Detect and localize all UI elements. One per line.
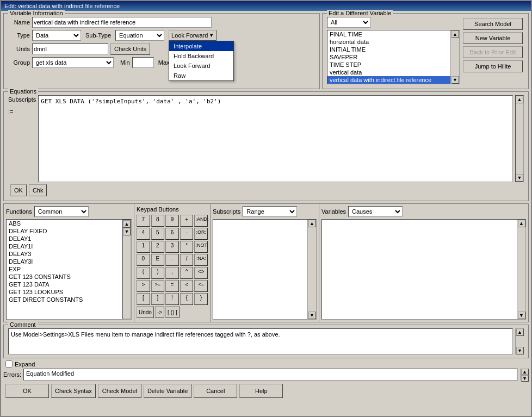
key-1[interactable]: 1: [137, 241, 150, 253]
equation-text-area[interactable]: GET XLS DATA ('?simpleInputs', 'data' , …: [38, 95, 513, 182]
errors-scroll-up[interactable]: ▲: [521, 369, 529, 375]
func-item[interactable]: DELAY1I: [7, 242, 122, 250]
filter-select[interactable]: All Data Auxiliary Level Constant Lookup: [327, 17, 370, 28]
key-minus[interactable]: -: [180, 228, 194, 240]
type-select[interactable]: Data Auxiliary Level Constant Lookup: [32, 30, 81, 41]
func-item[interactable]: GET DIRECT CONSTANTS: [7, 296, 122, 303]
key-lparen[interactable]: (: [137, 267, 150, 279]
key-5[interactable]: 5: [151, 228, 165, 240]
help-button[interactable]: Help: [239, 384, 283, 398]
func-item[interactable]: GET 123 DATA: [7, 281, 122, 288]
key-neq[interactable]: <>: [194, 267, 208, 279]
comment-scroll-up[interactable]: ▲: [516, 328, 524, 336]
check-units-button[interactable]: Check Units: [110, 43, 150, 55]
key-2[interactable]: 2: [151, 241, 165, 253]
group-select[interactable]: get xls data: [32, 57, 114, 68]
variables-causes-select[interactable]: Causes Uses All: [348, 206, 403, 217]
key-exclaim[interactable]: !: [165, 293, 179, 305]
list-item-selected[interactable]: vertical data with indirect file referen…: [327, 76, 450, 84]
look-forward-button[interactable]: Look Forward ▼: [169, 30, 216, 41]
look-forward-option[interactable]: Look Forward: [169, 61, 233, 71]
list-item[interactable]: INITIAL TIME: [327, 46, 450, 53]
func-item[interactable]: DELAY3: [7, 250, 122, 258]
key-comma[interactable]: ,: [165, 267, 179, 279]
name-input[interactable]: [32, 17, 212, 28]
scroll-down-arrow[interactable]: ▼: [451, 76, 459, 84]
delete-variable-button[interactable]: Delete Variable: [144, 384, 191, 398]
variables-scrollbar[interactable]: ▲ ▼: [517, 220, 525, 319]
sub-scroll-down[interactable]: ▼: [308, 312, 316, 319]
key-9[interactable]: 9: [165, 215, 179, 227]
key-0[interactable]: 0: [137, 254, 150, 266]
key-eq[interactable]: =: [165, 280, 179, 292]
key-gte[interactable]: >=: [151, 280, 165, 292]
check-model-button[interactable]: Check Model: [98, 384, 141, 398]
ok-button[interactable]: OK: [5, 384, 49, 398]
key-plus[interactable]: +: [180, 215, 194, 227]
scroll-up-arrow[interactable]: ▲: [451, 30, 459, 38]
search-model-button[interactable]: Search Model: [463, 18, 523, 30]
key-caret[interactable]: ^: [180, 267, 194, 279]
min-input[interactable]: [132, 57, 154, 68]
func-scroll-up[interactable]: ▲: [123, 220, 131, 228]
functions-category-select[interactable]: Common All Math Logical Delay Lookup Sta…: [34, 206, 89, 217]
subtype-select[interactable]: Equation Constant Lookup Data: [115, 30, 164, 41]
errors-scrollbar[interactable]: ▲ ▼: [520, 369, 529, 381]
subscripts-scrollbar[interactable]: ▲ ▼: [307, 220, 316, 319]
key-lcurly[interactable]: {: [180, 293, 194, 305]
list-item[interactable]: SAVEPER: [327, 53, 450, 61]
chk-button[interactable]: Chk: [29, 184, 47, 196]
errors-scroll-down[interactable]: ▼: [521, 375, 529, 382]
eq-scroll-down[interactable]: ▼: [516, 174, 523, 182]
key-divide[interactable]: /: [180, 254, 194, 266]
func-item[interactable]: DELAY FIXED: [7, 227, 122, 235]
comment-scrollbar[interactable]: ▲ ▼: [515, 328, 524, 354]
key-not[interactable]: :NOT:: [194, 241, 208, 253]
key-7[interactable]: 7: [137, 215, 150, 227]
new-variable-button[interactable]: New Variable: [463, 32, 523, 44]
raw-option[interactable]: Raw: [169, 71, 233, 80]
func-item[interactable]: DELAY1: [7, 235, 122, 242]
key-rcurly[interactable]: }: [194, 293, 208, 305]
key-6[interactable]: 6: [165, 228, 179, 240]
undo-button[interactable]: Undo: [137, 306, 154, 318]
key-or[interactable]: :OR:: [194, 228, 208, 240]
comment-scroll-down[interactable]: ▼: [516, 347, 524, 354]
var-scroll-up[interactable]: ▲: [518, 220, 525, 227]
list-item[interactable]: vertical data: [327, 69, 450, 76]
func-item[interactable]: EXP: [7, 265, 122, 273]
list-item[interactable]: horizontal data: [327, 38, 450, 46]
key-lbracket[interactable]: [: [137, 293, 150, 305]
ok-small-button[interactable]: OK: [10, 184, 27, 196]
eq-scroll-up[interactable]: ▲: [516, 96, 523, 103]
key-dot[interactable]: .: [165, 254, 179, 266]
check-syntax-button[interactable]: Check Syntax: [51, 384, 96, 398]
var-scroll-down[interactable]: ▼: [518, 312, 525, 319]
list-item[interactable]: FINAL TIME: [327, 30, 450, 38]
variable-list-scrollbar[interactable]: ▲ ▼: [450, 30, 459, 84]
key-lte[interactable]: <=: [194, 280, 208, 292]
func-scroll-down[interactable]: ▼: [123, 228, 131, 235]
key-lt[interactable]: <: [180, 280, 194, 292]
key-multiply[interactable]: *: [180, 241, 194, 253]
key-rparen[interactable]: ): [151, 267, 165, 279]
arrow-button[interactable]: ->: [155, 306, 164, 318]
subscripts-range-select[interactable]: Range None: [243, 206, 297, 217]
jump-to-hilite-button[interactable]: Jump to Hilite: [463, 60, 523, 72]
units-input[interactable]: [32, 43, 108, 54]
key-rbracket[interactable]: ]: [151, 293, 165, 305]
cancel-button[interactable]: Cancel: [194, 384, 237, 398]
bracket-button[interactable]: [ () ]: [165, 306, 180, 318]
list-item[interactable]: TIME STEP: [327, 61, 450, 69]
key-4[interactable]: 4: [137, 228, 150, 240]
comment-text-area[interactable]: Use Model>Settings>XLS Files menu item t…: [8, 328, 513, 354]
sub-scroll-up[interactable]: ▲: [308, 220, 316, 227]
func-item[interactable]: GET 123 CONSTANTS: [7, 273, 122, 281]
key-gt[interactable]: >: [137, 280, 150, 292]
back-to-prior-edit-button[interactable]: Back to Prior Edit: [463, 46, 523, 58]
equation-scrollbar[interactable]: ▲ ▼: [515, 95, 524, 182]
interpolate-option[interactable]: Interpolate: [169, 41, 233, 51]
func-item[interactable]: DELAY3I: [7, 258, 122, 265]
func-item[interactable]: GET 123 LOOKUPS: [7, 288, 122, 296]
key-and[interactable]: :AND:: [194, 215, 208, 227]
